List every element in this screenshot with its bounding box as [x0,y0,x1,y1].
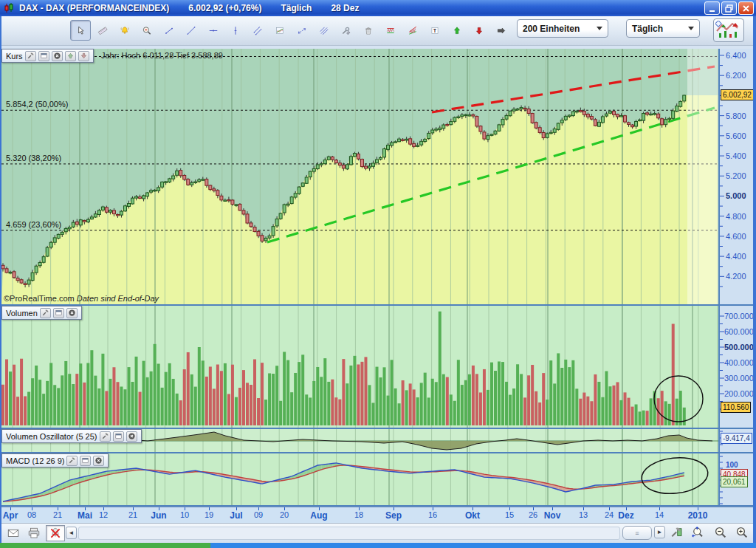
mail-icon[interactable] [4,526,22,541]
svg-text:4.659 (23,60%): 4.659 (23,60%) [6,220,61,229]
time-axis-label: Sep [385,510,402,521]
price-axis-label: 4.600 [726,232,746,241]
tool-pattern-flat-icon[interactable] [380,20,401,41]
macd-window-icon[interactable] [80,456,91,466]
status-strip-green [0,543,210,548]
volume-axis-label: 200.000 [724,389,753,398]
price-axis-label: 4.800 [726,212,746,221]
tool-pattern-diverge-icon[interactable] [402,20,423,41]
print-icon[interactable] [25,526,43,541]
chart-config-icon[interactable] [668,524,686,541]
oszillator-window-icon[interactable] [113,431,124,442]
volume-axis-label: 500.000 [724,343,753,352]
price-axis-label: 6.200 [726,71,746,80]
zoom-out-icon[interactable] [711,524,730,541]
tool-tools-icon[interactable] [336,20,357,41]
kurs-close-icon[interactable] [52,51,63,61]
chart-style-button[interactable] [713,18,744,42]
tool-pointer-icon[interactable] [70,20,91,41]
svg-text:T: T [433,27,436,32]
volume-axis-label: 300.000 [724,374,753,383]
price-axis-label: 5.000 [726,191,746,200]
macd-panel-title: MACD (12 26 9) [6,456,64,465]
alarm-off-icon[interactable] [46,525,65,541]
window-title: DAX - DAX (PERFORMANCEINDEX) [19,3,169,13]
tool-arrow-down-icon[interactable] [469,20,489,41]
tool-dotted-arrows-icon[interactable] [292,20,312,41]
time-axis-label: 16 [428,510,437,519]
price-axis-label: 5.400 [726,151,746,160]
tool-arrow-right-icon[interactable] [491,20,512,41]
tool-regression-icon[interactable] [269,20,290,41]
macd-chart[interactable] [1,453,718,506]
macd-close-icon[interactable] [93,456,104,466]
kurs-move-up-icon[interactable] [65,51,76,61]
zoom-fit-icon[interactable] [688,524,707,541]
chevron-down-icon [597,27,602,30]
zoom-in-icon[interactable] [732,524,752,541]
watermark: ©ProRealTime.com Daten sind End-of-Day [4,294,159,303]
oszillator-panel-header: Volumen Oszillator (5 25) [1,429,142,443]
window-left-border [0,16,1,543]
volume-axis-label: 600.000 [724,327,753,336]
kurs-panel-title: Kurs [6,52,23,61]
tool-arrow-up-icon[interactable] [447,20,467,41]
units-dropdown-value: 200 Einheiten [523,24,580,34]
kurs-settings-wrench-icon[interactable] [25,51,36,61]
tool-line-icon[interactable] [181,20,202,41]
time-axis-label: Dez [618,510,633,521]
time-axis-label: 26 [529,510,537,519]
volumen-panel-title: Volumen [6,309,38,318]
tool-trash-icon[interactable] [358,20,379,41]
tool-hline-icon[interactable] [203,20,224,41]
last-volume-box: 110.560 [721,402,751,413]
tool-vline-icon[interactable] [225,20,246,41]
scrollbar-trough[interactable] [78,527,620,540]
period-dropdown[interactable]: Täglich [626,19,700,38]
volume-chart[interactable] [1,306,718,428]
scroll-left-button[interactable]: ◄ [66,527,77,539]
tool-channel-icon[interactable] [247,20,268,41]
price-axis-label: 4.400 [726,252,746,261]
oszillator-close-icon[interactable] [126,431,137,442]
time-axis-label: 19 [205,510,213,519]
scroll-right-button[interactable]: ► [654,526,665,538]
tool-parallel-icon[interactable] [314,20,334,41]
volumen-settings-wrench-icon[interactable] [40,308,51,318]
oszillator-settings-wrench-icon[interactable] [100,431,111,442]
macd-settings-wrench-icon[interactable] [66,456,78,466]
minimize-button[interactable] [704,1,720,15]
kurs-move-down-icon[interactable] [78,51,89,61]
restore-button[interactable] [721,1,737,15]
tool-zoom-icon[interactable] [137,20,157,41]
volumen-close-icon[interactable] [66,308,78,318]
scrollbar-thumb[interactable]: ≡ [622,526,652,540]
price-axis-label: 5.800 [726,112,746,120]
time-axis-label: 08 [27,510,36,519]
price-axis-label: 6.400 [726,51,746,60]
time-axis: Apr0821Mai1221Jun1019Jul0920Aug18Sep16Ok… [0,507,753,523]
tool-segment-icon[interactable] [159,20,179,41]
axis-separator [718,49,720,507]
drawing-toolbar: T 200 Einheiten Täglich [0,16,756,46]
watermark-site: ©ProRealTime.com [4,294,75,303]
volumen-window-icon[interactable] [53,308,64,318]
window-period: Täglich [281,3,312,13]
kurs-window-icon[interactable] [38,51,49,61]
units-dropdown[interactable]: 200 Einheiten [517,19,608,38]
time-axis-label: 14 [655,510,664,519]
macd-panel-header: MACD (12 26 9) [1,453,109,467]
volumen-panel-header: Volumen [1,306,82,320]
tool-alarm-icon[interactable] [114,20,135,41]
tool-text-icon[interactable]: T [425,20,445,41]
time-axis-label: Apr [3,510,18,521]
macd-axis-100: 100 [726,461,738,469]
time-axis-label: Mai [78,510,92,521]
time-axis-label: Okt [465,510,480,521]
tool-group: T [70,20,512,41]
time-axis-label: 18 [354,510,363,519]
close-button[interactable] [738,1,754,15]
price-axis-label: 5.600 [726,131,746,140]
price-chart[interactable]: 5.854,2 (50,00%)5.320 (38,20%)4.659 (23,… [1,49,718,305]
tool-ruler-icon[interactable] [92,20,113,41]
